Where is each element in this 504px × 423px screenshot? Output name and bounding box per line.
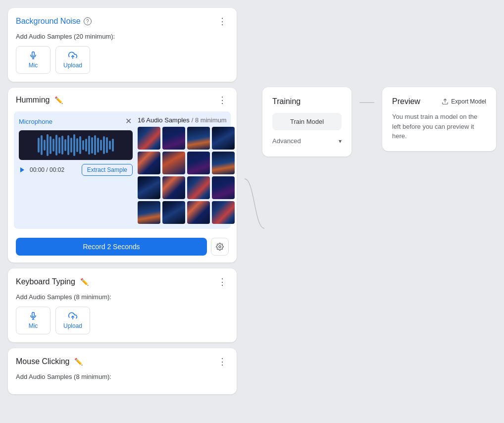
waveform-bar	[91, 137, 93, 154]
background-noise-title: Background Noise ?	[16, 17, 92, 26]
keyboard-upload-button[interactable]: Upload	[55, 307, 90, 334]
keyboard-typing-title-text: Keyboard Typing	[16, 277, 75, 286]
sample-thumb[interactable]	[187, 201, 210, 224]
keyboard-typing-edit-icon[interactable]: ✏️	[80, 278, 89, 286]
keyboard-mic-icon	[29, 312, 38, 320]
humming-edit-icon[interactable]: ✏️	[54, 96, 63, 104]
svg-rect-6	[32, 313, 35, 317]
humming-title-text: Humming	[16, 96, 50, 105]
svg-rect-0	[32, 52, 35, 56]
mouse-clicking-more-icon[interactable]: ⋮	[216, 356, 229, 367]
waveform-bar	[109, 141, 111, 150]
sample-thumb[interactable]	[187, 127, 210, 150]
sample-thumb[interactable]	[138, 127, 160, 150]
mic-panel: Microphone ✕	[19, 116, 133, 224]
keyboard-upload-icon	[68, 312, 77, 320]
preview-message: You must train a model on the left befor…	[392, 112, 486, 141]
settings-icon	[216, 243, 224, 251]
waveform-bar	[47, 134, 49, 156]
sample-thumb[interactable]	[212, 127, 235, 150]
mouse-clicking-edit-icon[interactable]: ✏️	[74, 358, 83, 366]
humming-card: Humming ✏️ ⋮ Microphone ✕	[8, 88, 237, 263]
waveform-display	[19, 130, 133, 160]
upload-button[interactable]: Upload	[55, 46, 90, 74]
sample-thumb[interactable]	[162, 176, 185, 199]
training-card: Training Train Model Advanced ▾	[262, 87, 352, 157]
mic-button[interactable]: Mic	[16, 46, 50, 74]
keyboard-typing-audio-buttons: Mic Upload	[16, 307, 229, 334]
record-button[interactable]: Record 2 Seconds	[16, 238, 207, 256]
play-button[interactable]	[19, 166, 26, 173]
waveform-bar	[70, 138, 72, 153]
advanced-label: Advanced	[272, 137, 301, 145]
sample-thumb[interactable]	[187, 152, 210, 174]
sample-thumb[interactable]	[162, 201, 185, 224]
sample-thumb[interactable]	[138, 176, 160, 199]
mic-panel-bottom: Record 2 Seconds	[16, 238, 229, 256]
preview-header: Preview Export Model	[392, 97, 486, 106]
training-preview-connector	[359, 102, 374, 103]
extract-sample-button[interactable]: Extract Sample	[82, 164, 133, 176]
sample-thumb[interactable]	[162, 127, 185, 150]
sample-thumb[interactable]	[138, 201, 160, 224]
waveform-bar	[52, 139, 54, 152]
waveform-bar	[76, 138, 78, 153]
microphone-label: Microphone	[19, 118, 52, 125]
waveform-bar	[112, 139, 114, 152]
training-title: Training	[272, 97, 342, 106]
samples-grid	[138, 127, 235, 224]
right-area: Training Train Model Advanced ▾ Preview	[262, 8, 496, 394]
keyboard-typing-subtitle: Add Audio Samples (8 minimum):	[16, 293, 229, 301]
mouse-clicking-card: Mouse Clicking ✏️ ⋮ Add Audio Samples (8…	[8, 348, 237, 394]
waveform-bar	[73, 134, 75, 156]
preview-title: Preview	[392, 97, 420, 106]
export-label: Export Model	[451, 98, 486, 105]
upload-icon	[68, 51, 77, 60]
keyboard-typing-header: Keyboard Typing ✏️ ⋮	[16, 276, 229, 287]
waveform-bar	[44, 140, 46, 151]
audio-buttons: Mic Upload	[16, 46, 229, 74]
advanced-row[interactable]: Advanced ▾	[272, 135, 342, 147]
playback-row: 00:00 / 00:02 Extract Sample	[19, 164, 133, 176]
keyboard-typing-more-icon[interactable]: ⋮	[216, 276, 229, 287]
waveform-bar	[67, 135, 69, 155]
waveform-bar	[61, 136, 63, 154]
sample-thumb[interactable]	[162, 152, 185, 174]
settings-button[interactable]	[211, 238, 229, 256]
sample-thumb[interactable]	[212, 152, 235, 174]
train-model-button[interactable]: Train Model	[272, 113, 342, 130]
waveform-bar	[41, 135, 43, 155]
keyboard-mic-button[interactable]: Mic	[16, 307, 50, 334]
waveform-bar	[106, 137, 108, 153]
time-display: 00:00 / 00:02	[30, 166, 64, 173]
sample-thumb[interactable]	[187, 176, 210, 199]
background-noise-subtitle: Add Audio Samples (20 minimum):	[16, 33, 229, 40]
samples-panel: 16 Audio Samples / 8 minimum	[138, 116, 235, 224]
close-microphone-button[interactable]: ✕	[124, 116, 133, 126]
humming-title: Humming ✏️	[16, 96, 63, 105]
background-noise-card: Background Noise ? ⋮ Add Audio Samples (…	[8, 8, 237, 82]
sample-thumb[interactable]	[212, 176, 235, 199]
waveform-bar	[55, 135, 57, 156]
humming-microphone-section: Microphone ✕	[14, 111, 231, 229]
chevron-down-icon: ▾	[339, 138, 342, 145]
waveform-bar	[88, 136, 90, 155]
mic-spacer	[19, 180, 133, 210]
humming-more-icon[interactable]: ⋮	[216, 95, 229, 106]
more-options-icon[interactable]: ⋮	[216, 16, 229, 27]
connector-line	[359, 102, 374, 103]
mouse-clicking-subtitle: Add Audio Samples (8 minimum):	[16, 373, 229, 380]
waveform-bars	[35, 130, 117, 160]
mouse-clicking-title-text: Mouse Clicking	[16, 357, 69, 366]
mic-icon	[29, 51, 38, 60]
svg-marker-4	[20, 167, 24, 173]
sample-thumb[interactable]	[138, 152, 160, 174]
export-model-button[interactable]: Export Model	[442, 98, 486, 105]
humming-header: Humming ✏️ ⋮	[16, 95, 229, 106]
humming-inner: Humming ✏️ ⋮	[8, 88, 237, 106]
help-icon[interactable]: ?	[84, 17, 92, 25]
export-icon	[442, 98, 449, 105]
samples-count: 16 Audio Samples	[138, 116, 190, 124]
waveform-bar	[50, 136, 51, 154]
sample-thumb[interactable]	[212, 201, 235, 224]
